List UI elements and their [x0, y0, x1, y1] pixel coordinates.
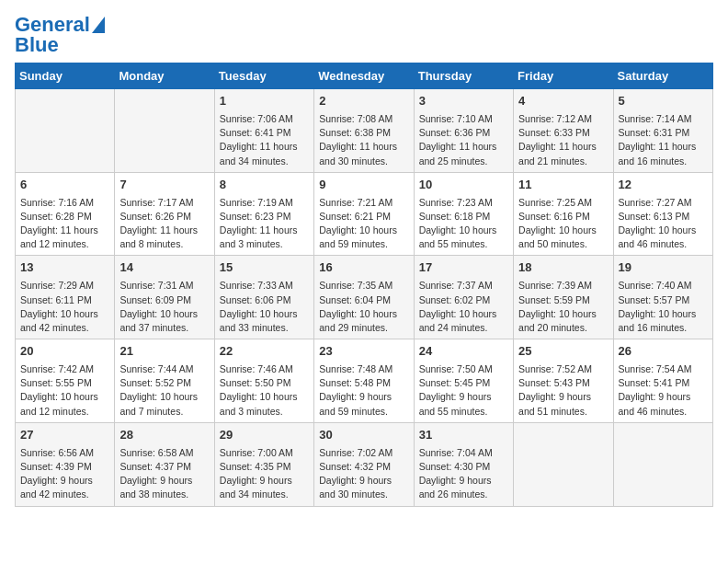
calendar-cell: 25Sunrise: 7:52 AM Sunset: 5:43 PM Dayli… [514, 339, 613, 423]
day-number: 22 [220, 343, 309, 361]
week-row-2: 6Sunrise: 7:16 AM Sunset: 6:28 PM Daylig… [16, 172, 713, 256]
calendar-cell: 28Sunrise: 6:58 AM Sunset: 4:37 PM Dayli… [115, 422, 214, 506]
calendar-cell [613, 422, 712, 506]
calendar-cell: 17Sunrise: 7:37 AM Sunset: 6:02 PM Dayli… [414, 256, 513, 339]
week-row-3: 13Sunrise: 7:29 AM Sunset: 6:11 PM Dayli… [16, 256, 713, 339]
day-details: Sunrise: 7:16 AM Sunset: 6:28 PM Dayligh… [20, 196, 109, 252]
calendar-cell [16, 89, 115, 173]
calendar-table: SundayMondayTuesdayWednesdayThursdayFrid… [15, 63, 713, 507]
calendar-cell: 30Sunrise: 7:02 AM Sunset: 4:32 PM Dayli… [314, 422, 414, 506]
day-details: Sunrise: 7:54 AM Sunset: 5:41 PM Dayligh… [619, 362, 708, 419]
calendar-cell: 13Sunrise: 7:29 AM Sunset: 6:11 PM Dayli… [16, 256, 115, 339]
calendar-cell: 18Sunrise: 7:39 AM Sunset: 5:59 PM Dayli… [514, 256, 613, 339]
day-number: 14 [119, 259, 209, 277]
header-day-monday: Monday [115, 63, 214, 89]
calendar-cell: 31Sunrise: 7:04 AM Sunset: 4:30 PM Dayli… [414, 422, 513, 506]
day-details: Sunrise: 7:35 AM Sunset: 6:04 PM Dayligh… [319, 279, 408, 335]
calendar-cell: 29Sunrise: 7:00 AM Sunset: 4:35 PM Dayli… [214, 422, 313, 506]
day-number: 11 [518, 177, 608, 194]
day-number: 26 [619, 343, 708, 361]
calendar-cell: 10Sunrise: 7:23 AM Sunset: 6:18 PM Dayli… [414, 172, 513, 256]
day-number: 2 [319, 93, 408, 110]
week-row-4: 20Sunrise: 7:42 AM Sunset: 5:55 PM Dayli… [16, 339, 713, 423]
header-day-friday: Friday [514, 63, 613, 89]
header-day-saturday: Saturday [613, 63, 712, 89]
day-number: 12 [619, 177, 708, 194]
day-number: 27 [20, 427, 109, 444]
day-number: 15 [220, 259, 309, 277]
day-number: 4 [518, 93, 608, 110]
day-number: 17 [419, 259, 508, 277]
calendar-cell: 26Sunrise: 7:54 AM Sunset: 5:41 PM Dayli… [613, 339, 712, 423]
calendar-cell: 12Sunrise: 7:27 AM Sunset: 6:13 PM Dayli… [613, 172, 712, 256]
day-number: 25 [518, 343, 608, 361]
calendar-cell: 23Sunrise: 7:48 AM Sunset: 5:48 PM Dayli… [314, 339, 414, 423]
day-number: 16 [319, 259, 408, 277]
day-details: Sunrise: 7:19 AM Sunset: 6:23 PM Dayligh… [220, 196, 309, 252]
day-number: 6 [20, 177, 109, 194]
calendar-cell: 16Sunrise: 7:35 AM Sunset: 6:04 PM Dayli… [314, 256, 414, 339]
calendar-cell: 22Sunrise: 7:46 AM Sunset: 5:50 PM Dayli… [214, 339, 313, 423]
day-details: Sunrise: 7:48 AM Sunset: 5:48 PM Dayligh… [319, 362, 408, 419]
day-number: 31 [419, 427, 508, 444]
calendar-cell: 21Sunrise: 7:44 AM Sunset: 5:52 PM Dayli… [115, 339, 214, 423]
day-details: Sunrise: 7:27 AM Sunset: 6:13 PM Dayligh… [619, 196, 708, 252]
week-row-5: 27Sunrise: 6:56 AM Sunset: 4:39 PM Dayli… [16, 422, 713, 506]
day-details: Sunrise: 7:29 AM Sunset: 6:11 PM Dayligh… [20, 279, 109, 335]
day-number: 9 [319, 177, 408, 194]
day-number: 3 [419, 93, 508, 110]
calendar-cell: 4Sunrise: 7:12 AM Sunset: 6:33 PM Daylig… [514, 89, 613, 173]
calendar-cell: 24Sunrise: 7:50 AM Sunset: 5:45 PM Dayli… [414, 339, 513, 423]
page-header: General Blue [15, 15, 713, 55]
calendar-cell: 19Sunrise: 7:40 AM Sunset: 5:57 PM Dayli… [613, 256, 712, 339]
day-number: 10 [419, 177, 508, 194]
day-number: 7 [119, 177, 209, 194]
day-number: 28 [119, 427, 209, 444]
logo-blue-text: Blue [15, 35, 59, 55]
calendar-cell: 7Sunrise: 7:17 AM Sunset: 6:26 PM Daylig… [115, 172, 214, 256]
day-details: Sunrise: 7:06 AM Sunset: 6:41 PM Dayligh… [220, 112, 309, 168]
calendar-cell: 8Sunrise: 7:19 AM Sunset: 6:23 PM Daylig… [214, 172, 313, 256]
calendar-cell: 2Sunrise: 7:08 AM Sunset: 6:38 PM Daylig… [314, 89, 414, 173]
calendar-cell: 20Sunrise: 7:42 AM Sunset: 5:55 PM Dayli… [16, 339, 115, 423]
day-number: 29 [220, 427, 309, 444]
day-details: Sunrise: 7:12 AM Sunset: 6:33 PM Dayligh… [518, 112, 608, 168]
logo: General Blue [15, 15, 105, 55]
calendar-body: 1Sunrise: 7:06 AM Sunset: 6:41 PM Daylig… [16, 89, 713, 507]
calendar-cell [514, 422, 613, 506]
day-details: Sunrise: 6:58 AM Sunset: 4:37 PM Dayligh… [119, 446, 209, 502]
day-number: 23 [319, 343, 408, 361]
day-number: 24 [419, 343, 508, 361]
header-day-wednesday: Wednesday [314, 63, 414, 89]
calendar-cell: 11Sunrise: 7:25 AM Sunset: 6:16 PM Dayli… [514, 172, 613, 256]
day-number: 20 [20, 343, 109, 361]
header-day-thursday: Thursday [414, 63, 513, 89]
day-number: 19 [619, 259, 708, 277]
day-number: 21 [119, 343, 209, 361]
logo-triangle-icon [92, 17, 105, 33]
day-number: 5 [619, 93, 708, 110]
day-details: Sunrise: 7:44 AM Sunset: 5:52 PM Dayligh… [119, 362, 209, 419]
calendar-cell: 5Sunrise: 7:14 AM Sunset: 6:31 PM Daylig… [613, 89, 712, 173]
calendar-header: SundayMondayTuesdayWednesdayThursdayFrid… [16, 63, 713, 89]
calendar-cell: 9Sunrise: 7:21 AM Sunset: 6:21 PM Daylig… [314, 172, 414, 256]
day-details: Sunrise: 7:10 AM Sunset: 6:36 PM Dayligh… [419, 112, 508, 168]
calendar-cell [115, 89, 214, 173]
day-details: Sunrise: 7:52 AM Sunset: 5:43 PM Dayligh… [518, 362, 608, 419]
logo-text: General [15, 15, 90, 35]
day-details: Sunrise: 7:04 AM Sunset: 4:30 PM Dayligh… [419, 446, 508, 502]
day-details: Sunrise: 7:46 AM Sunset: 5:50 PM Dayligh… [220, 362, 309, 419]
calendar-cell: 15Sunrise: 7:33 AM Sunset: 6:06 PM Dayli… [214, 256, 313, 339]
day-details: Sunrise: 7:31 AM Sunset: 6:09 PM Dayligh… [119, 279, 209, 335]
day-details: Sunrise: 7:17 AM Sunset: 6:26 PM Dayligh… [119, 196, 209, 252]
header-day-tuesday: Tuesday [214, 63, 313, 89]
day-number: 18 [518, 259, 608, 277]
day-number: 30 [319, 427, 408, 444]
day-details: Sunrise: 7:42 AM Sunset: 5:55 PM Dayligh… [20, 362, 109, 419]
day-details: Sunrise: 7:39 AM Sunset: 5:59 PM Dayligh… [518, 279, 608, 335]
calendar-cell: 14Sunrise: 7:31 AM Sunset: 6:09 PM Dayli… [115, 256, 214, 339]
day-details: Sunrise: 7:25 AM Sunset: 6:16 PM Dayligh… [518, 196, 608, 252]
day-details: Sunrise: 7:08 AM Sunset: 6:38 PM Dayligh… [319, 112, 408, 168]
calendar-cell: 3Sunrise: 7:10 AM Sunset: 6:36 PM Daylig… [414, 89, 513, 173]
day-details: Sunrise: 7:00 AM Sunset: 4:35 PM Dayligh… [220, 446, 309, 502]
